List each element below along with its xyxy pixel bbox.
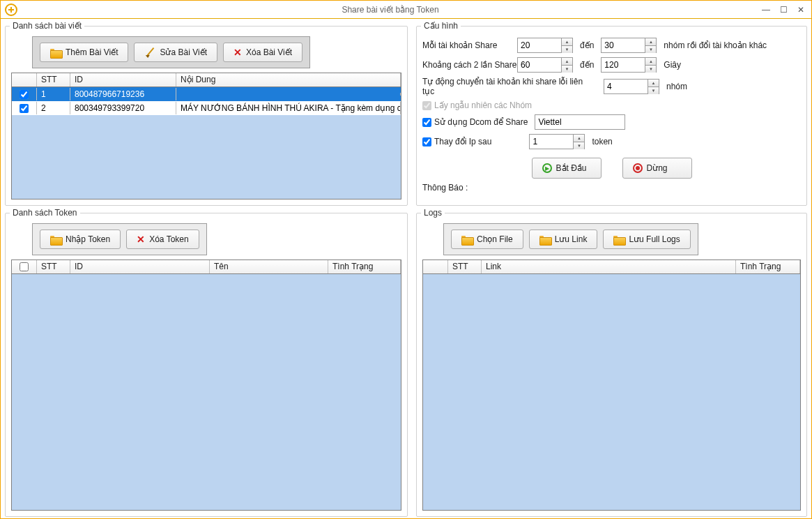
add-post-button[interactable]: Thêm Bài Viết <box>40 43 128 62</box>
use-dcom-text: Sử dụng Dcom để Share <box>434 117 528 127</box>
each-account-to-spinner[interactable]: ▲▼ <box>601 38 657 53</box>
logs-header-stt[interactable]: STT <box>448 260 482 273</box>
tokens-thead: STT ID Tên Tình Trạng <box>12 260 401 274</box>
to-label: đến <box>580 60 594 70</box>
gap-to-input[interactable] <box>602 58 645 72</box>
spin-up-icon[interactable]: ▲ <box>648 80 659 87</box>
change-ip-spinner[interactable]: ▲▼ <box>529 134 585 149</box>
tokens-header-name[interactable]: Tên <box>210 260 328 273</box>
spin-up-icon[interactable]: ▲ <box>574 135 584 142</box>
posts-group: Danh sách bài viết Thêm Bài Viết Sửa Bài… <box>5 26 408 206</box>
select-all-checkbox[interactable] <box>20 262 29 271</box>
table-row[interactable]: 2 800349793399720 MÁY NƯỚNG BÁNH HÌNH TH… <box>12 101 401 115</box>
logs-table-empty <box>423 274 800 510</box>
posts-table[interactable]: STT ID Nội Dung 1 800487966719236 2 8003… <box>11 73 401 200</box>
config-group: Cấu hình Mỗi tài khoản Share ▲▼ đến ▲▼ n… <box>416 26 807 206</box>
spin-down-icon[interactable]: ▼ <box>562 46 572 53</box>
config-group-title: Cấu hình <box>421 21 461 31</box>
folder-icon <box>461 234 473 244</box>
folder-icon <box>50 47 61 57</box>
each-account-from-spinner[interactable]: ▲▼ <box>517 38 573 53</box>
each-account-to-input[interactable] <box>602 38 645 52</box>
change-ip-text: Thay đổi Ip sau <box>434 137 491 146</box>
delete-token-label: Xóa Token <box>149 234 189 244</box>
start-label: Bắt Đầu <box>556 163 587 173</box>
tokens-table[interactable]: STT ID Tên Tình Trạng <box>11 260 401 511</box>
delete-token-button[interactable]: ✕ Xóa Token <box>126 230 199 249</box>
autoswitch-input[interactable] <box>604 80 648 93</box>
config-row-autoswitch: Tự động chuyển tài khoản khi share lỗi l… <box>422 77 801 96</box>
choose-file-button[interactable]: Chọn File <box>451 230 523 249</box>
change-ip-unit: token <box>592 137 612 146</box>
use-dcom-checkbox[interactable] <box>422 118 431 127</box>
start-button[interactable]: ▶ Bắt Đầu <box>532 158 602 179</box>
window-buttons: — ☐ ✕ <box>762 5 804 15</box>
folder-icon <box>50 234 61 244</box>
spin-down-icon[interactable]: ▼ <box>645 66 656 73</box>
logs-header-status[interactable]: Tình Trạng <box>736 260 800 273</box>
spin-down-icon[interactable]: ▼ <box>562 66 572 73</box>
pencil-icon <box>144 47 155 58</box>
save-full-logs-button[interactable]: Lưu Full Logs <box>603 230 690 249</box>
logs-thead: STT Link Tình Trạng <box>423 260 800 274</box>
each-account-label: Mỗi tài khoản Share <box>422 40 510 50</box>
spin-up-icon[interactable]: ▲ <box>562 38 572 46</box>
row-checkbox[interactable] <box>20 90 29 99</box>
import-token-button[interactable]: Nhập Token <box>40 230 121 249</box>
gap-from-input[interactable] <box>518 58 561 72</box>
delete-post-button[interactable]: ✕ Xóa Bài Viết <box>223 43 302 62</box>
spin-down-icon[interactable]: ▼ <box>648 87 659 94</box>
cell-stt: 2 <box>37 102 70 114</box>
save-link-label: Lưu Link <box>555 234 588 244</box>
stop-icon <box>633 163 643 173</box>
close-button[interactable]: ✕ <box>797 5 804 15</box>
cell-id: 800487966719236 <box>70 88 176 100</box>
posts-header-id[interactable]: ID <box>70 73 176 86</box>
each-account-suffix: nhóm rồi đổi tài khoản khác <box>664 40 767 50</box>
gap-from-spinner[interactable]: ▲▼ <box>517 57 573 73</box>
use-dcom-checkbox-label[interactable]: Sử dụng Dcom để Share <box>422 117 528 127</box>
logs-header-blank[interactable] <box>423 260 448 273</box>
x-icon: ✕ <box>233 47 242 58</box>
posts-header-check[interactable] <box>12 73 37 86</box>
tokens-header-id[interactable]: ID <box>70 260 210 273</box>
gap-to-spinner[interactable]: ▲▼ <box>601 57 657 73</box>
change-ip-input[interactable] <box>530 135 573 149</box>
spin-down-icon[interactable]: ▼ <box>645 46 656 53</box>
logs-table[interactable]: STT Link Tình Trạng <box>422 260 801 511</box>
tokens-header-stt[interactable]: STT <box>37 260 70 273</box>
table-row[interactable]: 1 800487966719236 <box>12 87 401 101</box>
edit-post-label: Sửa Bài Viết <box>160 47 206 57</box>
gap-label: Khoảng cách 2 lần Share <box>422 60 510 70</box>
spin-up-icon[interactable]: ▲ <box>562 58 572 66</box>
tokens-header-status[interactable]: Tình Trạng <box>328 260 401 273</box>
config-row-each-account: Mỗi tài khoản Share ▲▼ đến ▲▼ nhóm rồi đ… <box>422 38 801 53</box>
posts-header-content[interactable]: Nội Dung <box>176 73 401 86</box>
cell-content <box>176 93 401 96</box>
app-icon <box>3 2 19 17</box>
save-link-button[interactable]: Lưu Link <box>529 230 598 249</box>
minimize-button[interactable]: — <box>762 5 770 15</box>
logs-header-link[interactable]: Link <box>482 260 736 273</box>
notice-row: Thông Báo : <box>422 183 801 193</box>
import-token-label: Nhập Token <box>66 234 110 244</box>
notice-label: Thông Báo : <box>422 183 468 193</box>
spin-up-icon[interactable]: ▲ <box>645 38 656 46</box>
maximize-button[interactable]: ☐ <box>780 5 788 15</box>
dcom-input[interactable] <box>535 114 625 130</box>
edit-post-button[interactable]: Sửa Bài Viết <box>134 43 217 62</box>
autoswitch-spinner[interactable]: ▲▼ <box>604 79 659 94</box>
spin-up-icon[interactable]: ▲ <box>645 58 656 66</box>
config-actions: ▶ Bắt Đầu Dừng <box>422 158 801 179</box>
stop-button[interactable]: Dừng <box>622 158 692 179</box>
tokens-toolbar: Nhập Token ✕ Xóa Token <box>32 223 207 255</box>
stop-label: Dừng <box>647 163 668 173</box>
spin-down-icon[interactable]: ▼ <box>574 142 584 149</box>
each-account-from-input[interactable] <box>518 38 561 52</box>
posts-header-stt[interactable]: STT <box>37 73 70 86</box>
tokens-header-check[interactable] <box>12 260 37 273</box>
autoswitch-unit: nhóm <box>666 82 687 91</box>
change-ip-checkbox-label[interactable]: Thay đổi Ip sau <box>422 137 491 146</box>
row-checkbox[interactable] <box>20 104 29 113</box>
change-ip-checkbox[interactable] <box>422 137 431 146</box>
